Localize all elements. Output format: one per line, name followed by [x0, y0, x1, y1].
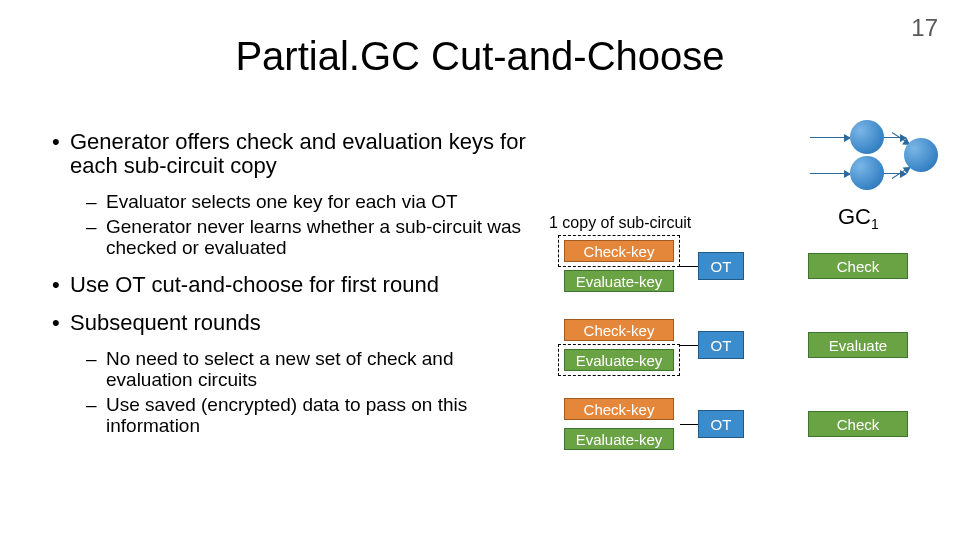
ot-box-2: OT	[698, 331, 744, 359]
dash-generator-never-learns: Generator never learns whether a sub-cir…	[70, 217, 540, 259]
link-line-3	[680, 424, 698, 425]
gc-label: GC1	[838, 204, 879, 232]
bullet-use-ot-first-round: Use OT cut-and-choose for first round	[70, 273, 540, 297]
ot-box-1: OT	[698, 252, 744, 280]
diagram-area: GC1 1 copy of sub-circuit Check-key Eval…	[540, 120, 960, 540]
result-box-1: Check	[808, 253, 908, 279]
check-key-box-2: Check-key	[564, 319, 674, 341]
gc-label-subscript: 1	[871, 216, 879, 232]
one-copy-label: 1 copy of sub-circuit	[549, 214, 691, 232]
result-box-3: Check	[808, 411, 908, 437]
check-key-box-1: Check-key	[564, 240, 674, 262]
gc-label-text: GC	[838, 204, 871, 229]
ot-box-3: OT	[698, 410, 744, 438]
evaluate-key-box-1: Evaluate-key	[564, 270, 674, 292]
dash-evaluator-selects: Evaluator selects one key for each via O…	[70, 192, 540, 213]
evaluate-key-box-2: Evaluate-key	[564, 349, 674, 371]
result-box-2: Evaluate	[808, 332, 908, 358]
bullet-subsequent-rounds: Subsequent rounds	[70, 311, 540, 335]
link-line-2	[680, 345, 698, 346]
check-key-box-3: Check-key	[564, 398, 674, 420]
evaluate-key-box-3: Evaluate-key	[564, 428, 674, 450]
dash-use-saved-data: Use saved (encrypted) data to pass on th…	[70, 395, 540, 437]
page-title: Partial.GC Cut-and-Choose	[0, 34, 960, 79]
dash-no-need-new-set: No need to select a new set of check and…	[70, 349, 540, 391]
content-column: Generator offers check and evaluation ke…	[70, 130, 540, 441]
link-line-1	[680, 266, 698, 267]
mini-graph-icon	[800, 120, 940, 200]
bullet-generator-offers: Generator offers check and evaluation ke…	[70, 130, 540, 178]
